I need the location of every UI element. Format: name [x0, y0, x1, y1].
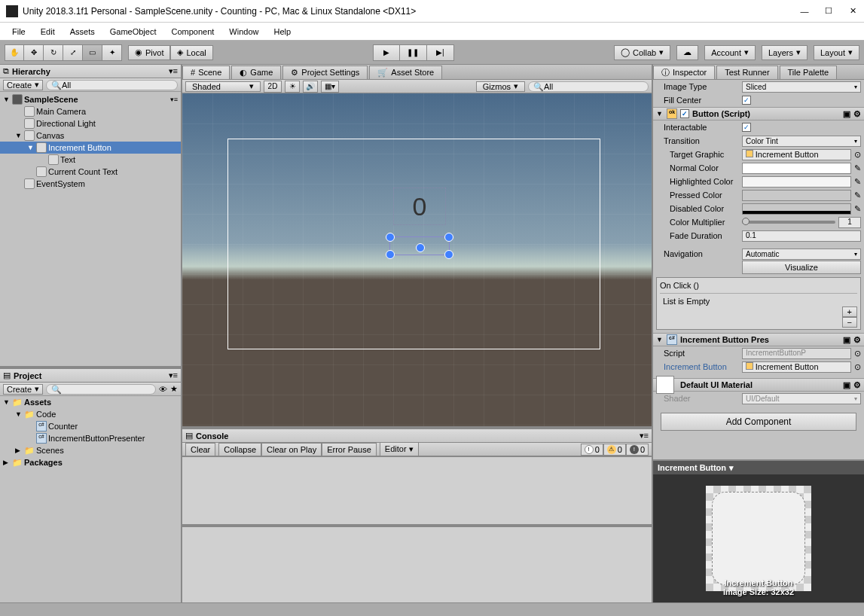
- hierarchy-item-main-camera[interactable]: ▶Main Camera: [0, 105, 181, 117]
- hierarchy-search[interactable]: 🔍All: [46, 80, 178, 90]
- normal-color-swatch[interactable]: [742, 163, 851, 174]
- hierarchy-menu[interactable]: ▾≡: [169, 66, 178, 76]
- presenter-component-header[interactable]: ▼ c# Increment Button Pres ▣ ⚙: [653, 333, 864, 346]
- color-mult-slider[interactable]: [742, 221, 835, 224]
- account-dropdown[interactable]: Account ▾: [704, 45, 756, 60]
- eyedropper-icon[interactable]: ✎: [854, 163, 861, 173]
- step-button[interactable]: ▶|: [427, 44, 454, 61]
- console-err-count[interactable]: !0: [626, 444, 649, 456]
- scale-tool[interactable]: ⤢: [63, 44, 83, 61]
- toggle-fx[interactable]: ▦▾: [321, 81, 339, 93]
- local-toggle[interactable]: ◈ Local: [170, 45, 212, 60]
- toggle-light[interactable]: ☀: [285, 81, 300, 93]
- tab-asset-store[interactable]: 🛒Asset Store: [369, 66, 442, 79]
- hand-tool[interactable]: ✋: [5, 44, 24, 61]
- onclick-remove[interactable]: −: [842, 317, 857, 328]
- layers-dropdown[interactable]: Layers ▾: [762, 45, 808, 60]
- menu-window[interactable]: Window: [221, 25, 266, 38]
- transition-dropdown[interactable]: Color Tint: [742, 136, 861, 147]
- preview-header[interactable]: Increment Button ▾: [653, 461, 864, 474]
- minimize-button[interactable]: —: [799, 6, 810, 17]
- console-info-count[interactable]: !0: [581, 444, 603, 456]
- shader-dropdown[interactable]: UI/Default: [742, 393, 861, 404]
- menu-edit[interactable]: Edit: [33, 25, 63, 38]
- pause-button[interactable]: ❚❚: [400, 44, 427, 61]
- toggle-2d[interactable]: 2D: [264, 81, 282, 93]
- menu-help[interactable]: Help: [266, 25, 298, 38]
- button-enabled-checkbox[interactable]: [680, 109, 689, 118]
- scene-search[interactable]: 🔍All: [528, 81, 649, 92]
- incbtn-field[interactable]: Increment Button: [742, 361, 851, 373]
- help-icon[interactable]: ▣: [843, 109, 850, 119]
- pressed-color-swatch[interactable]: [742, 190, 851, 201]
- interactable-checkbox[interactable]: [742, 123, 751, 132]
- help-icon[interactable]: ▣: [843, 380, 850, 390]
- gear-icon[interactable]: ⚙: [853, 380, 861, 390]
- console-collapse[interactable]: Collapse: [218, 443, 261, 456]
- play-button[interactable]: ▶: [373, 44, 400, 61]
- project-star-icon[interactable]: ★: [170, 384, 178, 394]
- visualize-button[interactable]: Visualize: [742, 261, 861, 274]
- console-error-pause[interactable]: Error Pause: [322, 443, 377, 456]
- highlighted-color-swatch[interactable]: [742, 176, 851, 188]
- tab-tile-palette[interactable]: Tile Palette: [780, 66, 838, 79]
- project-create[interactable]: Create ▾: [3, 384, 43, 395]
- hierarchy-item-eventsystem[interactable]: ▶EventSystem: [0, 178, 181, 190]
- gizmos-dropdown[interactable]: Gizmos ▾: [476, 81, 525, 92]
- tab-test-runner[interactable]: Test Runner: [716, 66, 777, 79]
- console-clear-on-play[interactable]: Clear on Play: [261, 443, 322, 456]
- object-picker-icon[interactable]: ⊙: [854, 362, 861, 372]
- collab-dropdown[interactable]: ◯ Collab ▾: [614, 45, 670, 60]
- console-clear[interactable]: Clear: [185, 443, 215, 456]
- fill-center-checkbox[interactable]: [742, 96, 751, 105]
- button-component-header[interactable]: ▼ ok Button (Script) ▣ ⚙: [653, 107, 864, 120]
- project-search[interactable]: 🔍: [46, 384, 156, 395]
- project-assets[interactable]: ▼📁Assets: [0, 396, 181, 408]
- console-editor[interactable]: Editor ▾: [380, 442, 419, 456]
- rect-tool[interactable]: ▭: [83, 44, 102, 61]
- project-item-code[interactable]: ▼📁Code: [0, 408, 181, 420]
- maximize-button[interactable]: ☐: [823, 6, 834, 17]
- eyedropper-icon[interactable]: ✎: [854, 177, 861, 187]
- scene-root[interactable]: ▼ SampleScene ▾≡: [0, 93, 181, 105]
- current-count-text-object[interactable]: 0: [393, 188, 446, 225]
- help-icon[interactable]: ▣: [843, 335, 850, 345]
- material-header[interactable]: Default UI Material ▣ ⚙: [653, 378, 864, 392]
- menu-gameobject[interactable]: GameObject: [102, 25, 164, 38]
- hierarchy-item-text[interactable]: ▶Text: [0, 154, 181, 166]
- scene-view[interactable]: 0: [182, 93, 652, 426]
- cloud-button[interactable]: ☁: [676, 45, 698, 60]
- fade-field[interactable]: 0.1: [742, 230, 861, 242]
- rotate-tool[interactable]: ↻: [44, 44, 63, 61]
- project-menu[interactable]: ▾≡: [169, 371, 178, 380]
- project-item-presenter[interactable]: ▶c#IncrementButtonPresenter: [0, 432, 181, 444]
- project-item-counter[interactable]: ▶c#Counter: [0, 420, 181, 432]
- project-filter-icon[interactable]: 👁: [159, 385, 167, 394]
- navigation-dropdown[interactable]: Automatic: [742, 249, 861, 260]
- disabled-color-swatch[interactable]: [742, 203, 851, 215]
- onclick-add[interactable]: +: [842, 306, 857, 317]
- close-button[interactable]: ✕: [847, 6, 858, 17]
- eyedropper-icon[interactable]: ✎: [854, 204, 861, 214]
- object-picker-icon[interactable]: ⊙: [854, 349, 861, 358]
- menu-assets[interactable]: Assets: [63, 25, 102, 38]
- color-mult-value[interactable]: 1: [838, 217, 861, 228]
- hierarchy-item-increment-button[interactable]: ▼Increment Button: [0, 142, 181, 154]
- tab-game[interactable]: ◐Game: [231, 66, 281, 79]
- pivot-toggle[interactable]: ◉ Pivot: [128, 45, 170, 60]
- console-warn-count[interactable]: ⚠0: [603, 444, 626, 456]
- scene-menu[interactable]: ▾≡: [170, 96, 178, 103]
- increment-button-object[interactable]: [389, 236, 450, 255]
- add-component-button[interactable]: Add Component: [661, 413, 856, 431]
- layout-dropdown[interactable]: Layout ▾: [814, 45, 859, 60]
- toggle-audio[interactable]: 🔊: [303, 81, 318, 93]
- console-log-list[interactable]: [182, 456, 652, 524]
- menu-file[interactable]: File: [5, 25, 33, 38]
- hierarchy-item-canvas[interactable]: ▼Canvas: [0, 130, 181, 142]
- project-item-scenes[interactable]: ▶📁Scenes: [0, 444, 181, 456]
- menu-component[interactable]: Component: [163, 25, 221, 38]
- transform-tool[interactable]: ✦: [102, 44, 122, 61]
- tab-scene[interactable]: #Scene: [182, 66, 230, 79]
- console-menu[interactable]: ▾≡: [640, 431, 649, 441]
- gear-icon[interactable]: ⚙: [853, 335, 861, 345]
